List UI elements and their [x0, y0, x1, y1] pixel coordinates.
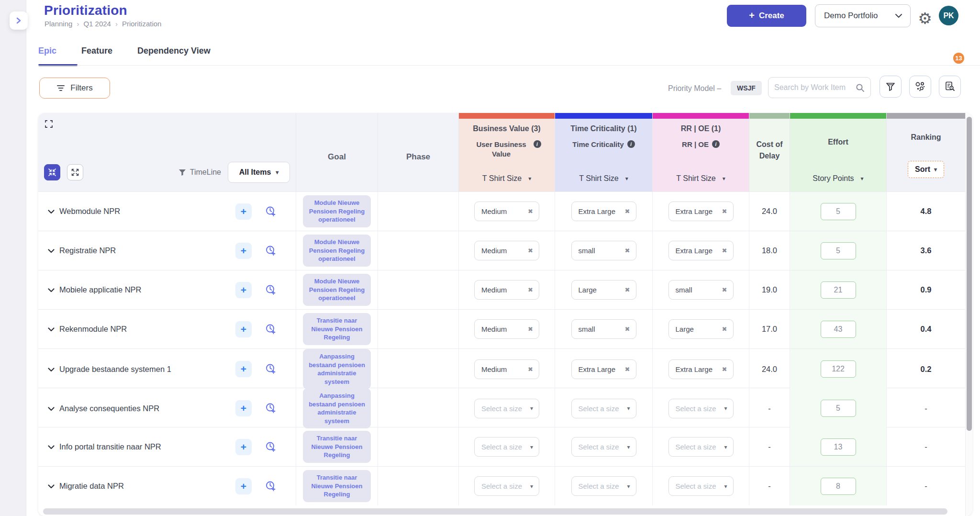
clear-icon[interactable]: ✖ [722, 366, 727, 373]
row-expand-chevron-icon[interactable] [48, 407, 55, 411]
vertical-scrollbar-thumb[interactable] [967, 117, 972, 431]
goal-chip[interactable]: Transitie naar Nieuwe Pensioen Regeling [303, 313, 371, 345]
clear-icon[interactable]: ✖ [722, 247, 727, 254]
add-timeline-icon[interactable] [265, 245, 277, 257]
story-points-input[interactable]: 5 [821, 242, 856, 259]
time-criticality-size-select[interactable]: small✖ [571, 241, 636, 260]
business-value-size-select[interactable]: Medium✖ [474, 241, 539, 260]
clear-icon[interactable]: ✖ [528, 208, 533, 215]
add-child-button[interactable]: + [235, 203, 252, 220]
work-item-name[interactable]: Info portal transitie naar NPR [59, 442, 161, 451]
row-expand-chevron-icon[interactable] [48, 249, 55, 253]
row-expand-chevron-icon[interactable] [48, 327, 55, 332]
goal-chip[interactable]: Module Nieuwe Pensioen Regeling operatio… [303, 195, 371, 227]
business-value-size-select[interactable]: Medium✖ [474, 359, 539, 379]
rr-oe-unit-dropdown[interactable]: T Shirt Size▾ [653, 174, 749, 183]
row-expand-chevron-icon[interactable] [48, 445, 55, 449]
clear-icon[interactable]: ✖ [625, 325, 630, 333]
timeline-filter-dropdown[interactable]: All Items ▾ [228, 162, 290, 183]
sidebar-expand-button[interactable] [10, 11, 28, 30]
create-button[interactable]: + Create [727, 5, 806, 27]
add-timeline-icon[interactable] [265, 441, 277, 453]
info-icon[interactable]: i [627, 140, 635, 148]
rr-oe-size-select[interactable]: Large✖ [668, 319, 734, 339]
add-child-button[interactable]: + [235, 439, 252, 455]
clear-icon[interactable]: ✖ [625, 366, 630, 373]
settings-gear-icon[interactable]: ⚙ [917, 11, 933, 27]
clear-icon[interactable]: ✖ [528, 325, 533, 333]
add-child-button[interactable]: + [235, 478, 252, 494]
add-timeline-icon[interactable] [265, 403, 277, 414]
work-item-name[interactable]: Upgrade bestaande systemen 1 [59, 365, 171, 374]
rr-oe-size-select[interactable]: Select a size▾ [668, 399, 734, 418]
expand-all-button[interactable] [67, 164, 83, 180]
fullscreen-icon[interactable] [45, 120, 53, 128]
time-criticality-size-select[interactable]: Select a size▾ [571, 437, 636, 457]
row-expand-chevron-icon[interactable] [48, 484, 55, 489]
time-criticality-size-select[interactable]: Large✖ [571, 280, 636, 300]
bubble-chart-button[interactable] [909, 76, 931, 98]
breadcrumb-item[interactable]: Q1 2024 [83, 20, 111, 28]
rr-oe-size-select[interactable]: Extra Large✖ [668, 359, 734, 379]
story-points-input[interactable]: 21 [821, 281, 856, 299]
business-value-size-select[interactable]: Medium✖ [474, 319, 539, 339]
business-value-size-select[interactable]: Select a size▾ [474, 399, 539, 418]
time-criticality-size-select[interactable]: Select a size▾ [571, 399, 636, 418]
horizontal-scrollbar[interactable] [38, 506, 965, 516]
vertical-scrollbar[interactable] [965, 113, 972, 516]
user-avatar[interactable]: PK [939, 6, 958, 25]
work-item-name[interactable]: Mobiele applicatie NPR [59, 285, 142, 294]
add-child-button[interactable]: + [235, 243, 252, 259]
info-icon[interactable]: i [534, 140, 541, 148]
story-points-input[interactable]: 13 [821, 438, 856, 456]
add-timeline-icon[interactable] [265, 206, 277, 217]
breadcrumb-item[interactable]: Planning [45, 20, 72, 28]
collapse-all-button[interactable] [44, 164, 60, 180]
story-points-input[interactable]: 8 [821, 478, 856, 495]
rr-oe-size-select[interactable]: Extra Large✖ [668, 202, 734, 221]
clear-icon[interactable]: ✖ [528, 366, 533, 373]
business-value-unit-dropdown[interactable]: T Shirt Size▾ [459, 174, 555, 183]
add-timeline-icon[interactable] [265, 481, 277, 492]
add-child-button[interactable]: + [235, 282, 252, 298]
funnel-filter-button[interactable] [880, 76, 902, 98]
clear-icon[interactable]: ✖ [625, 208, 630, 215]
work-item-name[interactable]: Analyse consequenties NPR [59, 404, 159, 413]
clear-icon[interactable]: ✖ [528, 247, 533, 254]
search-input[interactable] [774, 83, 852, 92]
clear-icon[interactable]: ✖ [722, 286, 727, 293]
sort-button[interactable]: Sort▾ [908, 161, 944, 178]
add-timeline-icon[interactable] [265, 363, 277, 375]
rr-oe-size-select[interactable]: Select a size▾ [668, 437, 734, 457]
time-criticality-unit-dropdown[interactable]: T Shirt Size▾ [555, 174, 652, 183]
horizontal-scrollbar-thumb[interactable] [43, 508, 947, 515]
time-criticality-size-select[interactable]: small✖ [571, 319, 636, 339]
tab-dependency-view[interactable]: Dependency View [137, 46, 211, 63]
time-criticality-size-select[interactable]: Select a size▾ [571, 476, 636, 496]
clear-icon[interactable]: ✖ [625, 286, 630, 293]
work-item-name[interactable]: Registratie NPR [59, 246, 116, 255]
add-timeline-icon[interactable] [265, 284, 277, 296]
goal-chip[interactable]: Transitie naar Nieuwe Pensioen Regeling [303, 431, 371, 463]
info-icon[interactable]: i [712, 140, 720, 148]
work-item-name[interactable]: Rekenmodule NPR [59, 325, 127, 334]
tab-feature[interactable]: Feature [81, 46, 112, 63]
tab-epic[interactable]: Epic [38, 46, 56, 63]
filters-button[interactable]: Filters [39, 78, 110, 99]
rr-oe-size-select[interactable]: Extra Large✖ [668, 241, 734, 260]
story-points-input[interactable]: 5 [821, 400, 856, 417]
add-child-button[interactable]: + [235, 400, 252, 416]
clear-icon[interactable]: ✖ [528, 286, 533, 293]
add-child-button[interactable]: + [235, 361, 252, 377]
clear-icon[interactable]: ✖ [625, 247, 630, 254]
goal-chip[interactable]: Aanpassing bestaand pensioen administrat… [303, 388, 371, 428]
story-points-input[interactable]: 5 [821, 203, 856, 220]
work-item-name[interactable]: Migratie data NPR [59, 482, 124, 491]
business-value-size-select[interactable]: Medium✖ [474, 280, 539, 300]
time-criticality-size-select[interactable]: Extra Large✖ [571, 202, 636, 221]
review-document-button[interactable] [939, 76, 961, 98]
breadcrumb-item[interactable]: Prioritization [122, 20, 162, 28]
goal-chip[interactable]: Module Nieuwe Pensioen Regeling operatio… [303, 235, 371, 267]
portfolio-dropdown[interactable]: Demo Portfolio [815, 4, 911, 27]
rr-oe-size-select[interactable]: small✖ [668, 280, 734, 300]
